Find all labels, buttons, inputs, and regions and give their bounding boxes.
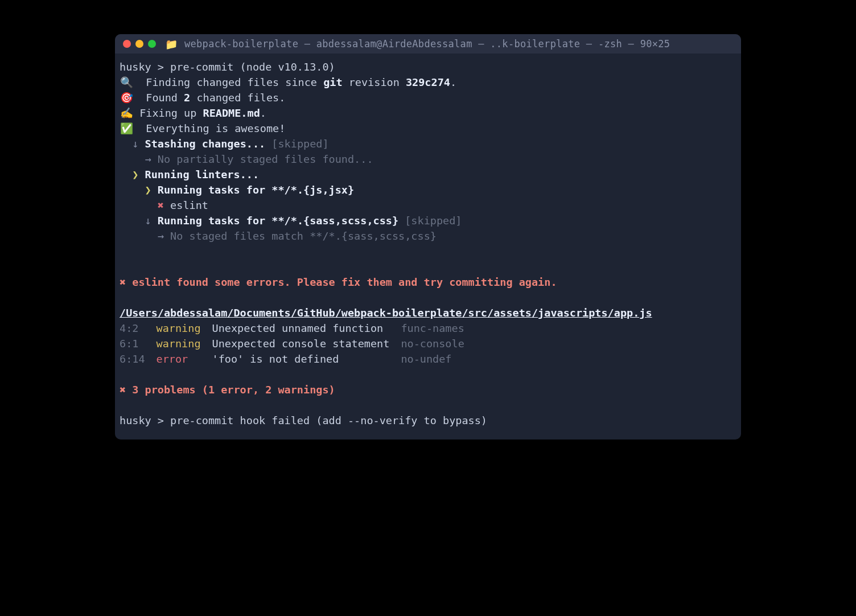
problem-row: 4:2 warning Unexpected unnamed function … <box>120 321 476 336</box>
window-title: webpack-boilerplate — abdessalam@AirdeAb… <box>184 38 670 50</box>
eslint-fail-line: ✖ eslint <box>120 198 736 213</box>
finding-line: 🔍 Finding changed files since git revisi… <box>120 75 736 90</box>
problem-rule: no-console <box>401 336 475 351</box>
cross-icon: ✖ <box>120 384 126 396</box>
cross-icon: ✖ <box>158 199 164 211</box>
target-icon: 🎯 <box>120 90 133 105</box>
tasks-js-line: ❯ Running tasks for **/*.{js,jsx} <box>120 182 736 198</box>
problem-location: 6:14 <box>120 351 157 367</box>
running-linters-line: ❯ Running linters... <box>120 167 736 182</box>
problem-location: 4:2 <box>120 321 157 336</box>
cross-icon: ✖ <box>120 276 126 288</box>
no-partial-line: → No partially staged files found... <box>120 151 736 167</box>
no-staged-css-line: → No staged files match **/*.{sass,scss,… <box>120 228 736 244</box>
down-arrow-icon: ↓ <box>132 138 138 150</box>
problem-message: Unexpected unnamed function <box>212 321 401 336</box>
maximize-button[interactable] <box>148 40 156 48</box>
problem-message: 'foo' is not defined <box>212 351 401 367</box>
chevron-icon: ❯ <box>145 184 151 196</box>
problem-level: warning <box>157 321 212 336</box>
folder-icon: 📁 <box>165 38 178 50</box>
right-arrow-icon: → <box>158 230 164 242</box>
fixing-line: ✍️ Fixing up README.md. <box>120 105 736 121</box>
problems-table: 4:2 warning Unexpected unnamed function … <box>120 321 476 367</box>
terminal-window: 📁 webpack-boilerplate — abdessalam@Airde… <box>115 34 741 440</box>
hook-failed-line: husky > pre-commit hook failed (add --no… <box>120 413 736 428</box>
right-arrow-icon: → <box>145 153 151 165</box>
problem-row: 6:1 warning Unexpected console statement… <box>120 336 476 351</box>
chevron-icon: ❯ <box>132 169 138 180</box>
down-arrow-icon: ↓ <box>145 215 151 227</box>
magnify-icon: 🔍 <box>120 75 133 90</box>
minimize-button[interactable] <box>135 40 143 48</box>
problem-row: 6:14 error 'foo' is not defined no-undef <box>120 351 476 367</box>
problem-level: warning <box>157 336 212 351</box>
problem-level: error <box>157 351 212 367</box>
problem-location: 6:1 <box>120 336 157 351</box>
problem-rule: no-undef <box>401 351 475 367</box>
problem-rule: func-names <box>401 321 475 336</box>
awesome-line: ✅ Everything is awesome! <box>120 121 736 136</box>
close-button[interactable] <box>123 40 131 48</box>
writing-icon: ✍️ <box>120 105 133 121</box>
husky-header: husky > pre-commit (node v10.13.0) <box>120 59 736 75</box>
stashing-line: ↓ Stashing changes... [skipped] <box>120 136 736 151</box>
file-path: /Users/abdessalam/Documents/GitHub/webpa… <box>120 305 736 321</box>
title-bar[interactable]: 📁 webpack-boilerplate — abdessalam@Airde… <box>115 34 741 54</box>
found-line: 🎯 Found 2 changed files. <box>120 90 736 105</box>
tasks-css-line: ↓ Running tasks for **/*.{sass,scss,css}… <box>120 213 736 228</box>
terminal-output[interactable]: husky > pre-commit (node v10.13.0) 🔍 Fin… <box>115 54 741 440</box>
check-icon: ✅ <box>120 121 133 136</box>
eslint-error-summary: ✖ eslint found some errors. Please fix t… <box>120 274 736 290</box>
problems-summary: ✖ 3 problems (1 error, 2 warnings) <box>120 382 736 397</box>
problem-message: Unexpected console statement <box>212 336 401 351</box>
